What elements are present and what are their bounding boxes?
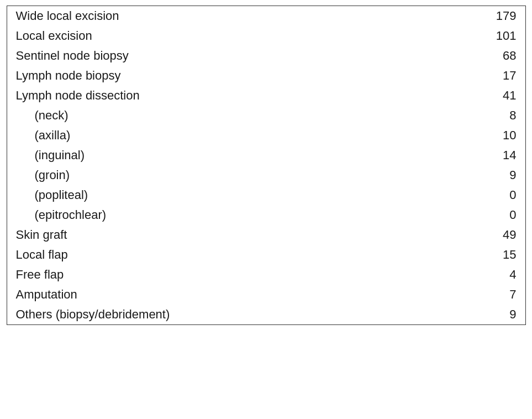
table-row: Free flap4 <box>7 265 525 285</box>
table-row: (inguinal)14 <box>7 145 525 165</box>
row-value: 8 <box>431 106 525 125</box>
row-label: Lymph node biopsy <box>7 66 431 86</box>
row-label: Wide local excision <box>7 6 431 27</box>
row-value: 101 <box>431 26 525 46</box>
table-row: (neck)8 <box>7 106 525 125</box>
row-value: 10 <box>431 125 525 145</box>
row-value: 15 <box>431 245 525 265</box>
row-value: 49 <box>431 225 525 245</box>
data-table: Wide local excision179Local excision101S… <box>7 6 526 325</box>
row-label: (inguinal) <box>7 145 431 165</box>
table-row: Wide local excision179 <box>7 6 525 27</box>
row-value: 0 <box>431 185 525 205</box>
row-label: Skin graft <box>7 225 431 245</box>
row-value: 4 <box>431 265 525 285</box>
row-label: (axilla) <box>7 125 431 145</box>
row-label: (groin) <box>7 165 431 185</box>
table-row: (popliteal)0 <box>7 185 525 205</box>
row-label: Lymph node dissection <box>7 86 431 106</box>
table-row: Local excision101 <box>7 26 525 46</box>
row-label: Amputation <box>7 285 431 305</box>
table-row: Sentinel node biopsy68 <box>7 46 525 66</box>
row-label: Free flap <box>7 265 431 285</box>
table-row: Amputation7 <box>7 285 525 305</box>
row-value: 41 <box>431 86 525 106</box>
table-row: Lymph node biopsy17 <box>7 66 525 86</box>
table-row: (groin)9 <box>7 165 525 185</box>
row-label: (epitrochlear) <box>7 205 431 225</box>
row-label: Sentinel node biopsy <box>7 46 431 66</box>
row-label: Local excision <box>7 26 431 46</box>
row-value: 7 <box>431 285 525 305</box>
table-row: (epitrochlear)0 <box>7 205 525 225</box>
row-value: 9 <box>431 165 525 185</box>
table-row: Others (biopsy/debridement)9 <box>7 305 525 325</box>
table-row: Local flap15 <box>7 245 525 265</box>
row-label: (popliteal) <box>7 185 431 205</box>
table-row: Lymph node dissection41 <box>7 86 525 106</box>
row-value: 179 <box>431 6 525 27</box>
table-row: (axilla)10 <box>7 125 525 145</box>
row-value: 68 <box>431 46 525 66</box>
table-row: Skin graft49 <box>7 225 525 245</box>
row-value: 0 <box>431 205 525 225</box>
row-label: (neck) <box>7 106 431 125</box>
row-label: Local flap <box>7 245 431 265</box>
row-value: 9 <box>431 305 525 325</box>
row-value: 14 <box>431 145 525 165</box>
row-label: Others (biopsy/debridement) <box>7 305 431 325</box>
row-value: 17 <box>431 66 525 86</box>
